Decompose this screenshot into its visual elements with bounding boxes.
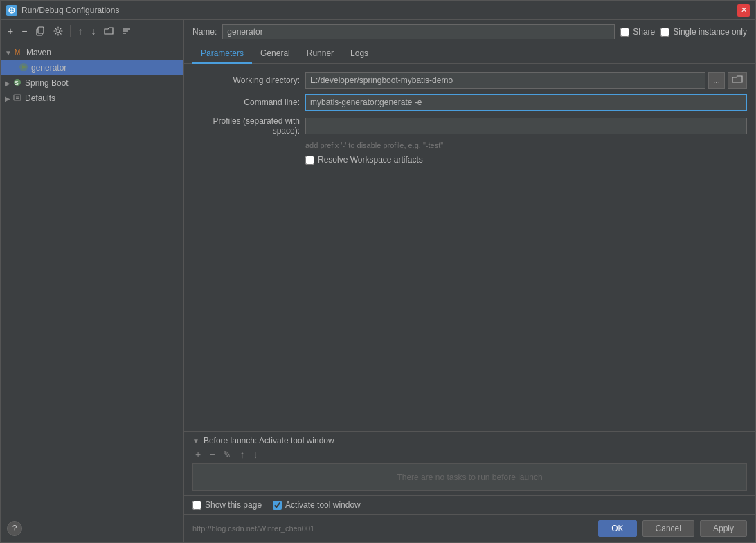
tree-item-springboot[interactable]: ▶ S Spring Boot (1, 75, 183, 91)
tree-arrow-maven: ▼ (5, 49, 12, 57)
bottom-checks: Show this page Activate tool window (184, 495, 755, 514)
name-share-row: Name: Share Single instance only (184, 20, 755, 44)
main-window: Run/Debug Configurations ✕ + − ↑ ↓ (0, 0, 756, 543)
window-title: Run/Debug Configurations (21, 6, 119, 15)
bl-add-button[interactable]: + (192, 448, 204, 461)
sort-button[interactable] (119, 25, 134, 37)
tree-label-generator: generator (31, 63, 66, 73)
name-label: Name: (192, 27, 217, 37)
cancel-button[interactable]: Cancel (642, 520, 694, 537)
left-toolbar: + − ↑ ↓ (1, 20, 183, 42)
config-tree: ▼ M Maven generator ▶ (1, 42, 183, 542)
show-page-row[interactable]: Show this page (192, 500, 262, 510)
folder-button[interactable] (101, 26, 116, 37)
before-launch-header: ▼ Before launch: Activate tool window (192, 436, 747, 445)
resolve-label: Resolve Workspace artifacts (318, 155, 423, 165)
left-panel: + − ↑ ↓ ▼ (1, 20, 184, 542)
single-instance-checkbox[interactable] (660, 28, 669, 37)
name-input[interactable] (222, 24, 615, 39)
move-down-button[interactable]: ↓ (88, 24, 98, 38)
settings-config-button[interactable] (51, 25, 66, 37)
activate-tool-label: Activate tool window (285, 500, 361, 510)
svg-rect-4 (38, 27, 44, 33)
working-dir-input[interactable] (305, 72, 705, 89)
tab-parameters[interactable]: Parameters (192, 44, 252, 64)
run-icon (19, 62, 28, 74)
springboot-icon: S (12, 77, 22, 89)
ok-button[interactable]: OK (598, 520, 636, 537)
working-dir-row: Working directory: ... (192, 72, 747, 89)
share-label: Share (633, 27, 655, 37)
svg-rect-14 (14, 95, 21, 100)
watermark: http://blog.csdn.net/Winter_chen001 (192, 524, 593, 533)
working-dir-wrap: ... (305, 72, 747, 89)
share-checkbox[interactable] (620, 28, 629, 37)
tree-arrow-springboot: ▶ (5, 80, 10, 87)
title-bar: Run/Debug Configurations ✕ (1, 1, 755, 20)
single-instance-checkbox-row[interactable]: Single instance only (660, 27, 747, 37)
profiles-wrap (305, 118, 747, 134)
svg-text:M: M (15, 48, 20, 56)
params-area: Working directory: ... Command line: (184, 64, 755, 431)
tree-label-springboot: Spring Boot (25, 78, 69, 88)
no-tasks-text: There are no tasks to run before launch (397, 472, 542, 482)
footer: http://blog.csdn.net/Winter_chen001 OK C… (184, 514, 755, 542)
tree-item-maven[interactable]: ▼ M Maven (1, 45, 183, 60)
share-checkbox-row[interactable]: Share (620, 27, 655, 37)
remove-config-button[interactable]: − (19, 24, 30, 38)
tab-bar: Parameters General Runner Logs (184, 44, 755, 64)
toolbar-separator (70, 25, 71, 37)
tree-label-defaults: Defaults (25, 93, 55, 103)
bl-remove-button[interactable]: − (206, 448, 217, 461)
tree-arrow-defaults: ▶ (5, 95, 10, 102)
right-panel: Name: Share Single instance only Paramet… (184, 20, 755, 542)
bl-up-button[interactable]: ↑ (237, 448, 247, 461)
profiles-row: Profiles (separated with space): (192, 116, 747, 136)
maven-icon: M (14, 47, 24, 59)
resolve-checkbox[interactable] (305, 156, 314, 165)
help-area: ? (7, 521, 22, 536)
profiles-hint: add prefix '-' to disable profile, e.g. … (192, 141, 747, 149)
move-up-button[interactable]: ↑ (75, 24, 85, 38)
window-icon (6, 5, 17, 16)
before-launch-arrow[interactable]: ▼ (192, 437, 199, 445)
bl-down-button[interactable]: ↓ (250, 448, 260, 461)
command-line-row: Command line: (192, 94, 747, 111)
bl-edit-button[interactable]: ✎ (220, 448, 234, 461)
working-dir-label: Working directory: (192, 75, 300, 85)
single-instance-label: Single instance only (673, 27, 747, 37)
tree-item-generator[interactable]: generator (1, 60, 183, 75)
resolve-row: Resolve Workspace artifacts (192, 155, 747, 165)
tree-label-maven: Maven (26, 48, 51, 57)
tab-runner[interactable]: Runner (298, 44, 342, 64)
command-line-wrap (305, 94, 747, 111)
before-launch-title: Before launch: Activate tool window (204, 436, 334, 445)
tab-general[interactable]: General (252, 44, 298, 64)
close-button[interactable]: ✕ (737, 4, 750, 17)
activate-tool-checkbox[interactable] (273, 501, 282, 510)
show-page-checkbox[interactable] (192, 501, 201, 510)
no-tasks-area: There are no tasks to run before launch (192, 463, 747, 491)
profiles-label: Profiles (separated with space): (192, 116, 300, 136)
command-line-label: Command line: (192, 98, 300, 107)
copy-config-button[interactable] (33, 25, 48, 37)
tree-item-defaults[interactable]: ▶ Defaults (1, 91, 183, 106)
activate-tool-row[interactable]: Activate tool window (273, 500, 361, 510)
command-line-input[interactable] (305, 94, 747, 111)
defaults-icon (12, 93, 22, 104)
content-area: + − ↑ ↓ ▼ (1, 20, 755, 542)
folder-browse-button[interactable] (728, 72, 747, 89)
title-bar-left: Run/Debug Configurations (6, 5, 119, 16)
before-launch-toolbar: + − ✎ ↑ ↓ (192, 448, 747, 461)
tab-logs[interactable]: Logs (342, 44, 377, 64)
svg-point-5 (57, 30, 60, 33)
profiles-input[interactable] (305, 118, 747, 134)
before-launch-section: ▼ Before launch: Activate tool window + … (184, 431, 755, 495)
help-button[interactable]: ? (7, 521, 22, 536)
svg-text:S: S (15, 80, 19, 86)
browse-button[interactable]: ... (708, 72, 725, 89)
resolve-label-wrap[interactable]: Resolve Workspace artifacts (305, 155, 423, 165)
add-config-button[interactable]: + (5, 24, 16, 38)
show-page-label: Show this page (205, 500, 262, 510)
apply-button[interactable]: Apply (700, 520, 747, 537)
